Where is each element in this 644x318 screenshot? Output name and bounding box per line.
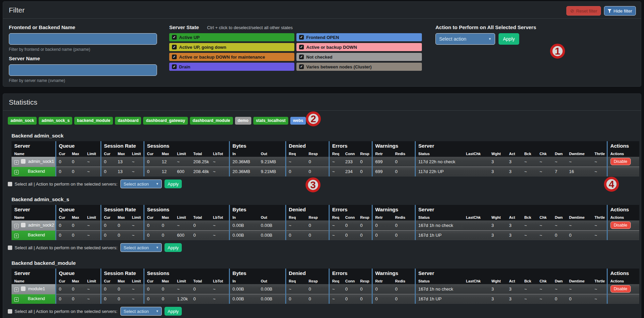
column-header: Dwntime	[566, 278, 592, 284]
global-action-select[interactable]: Select action ▼	[435, 33, 495, 45]
stat-cell: 0	[69, 230, 84, 240]
hide-filter-button[interactable]: Hide filter	[604, 6, 636, 16]
stat-cell: 167d 1h UP	[415, 294, 463, 304]
stat-cell: 0	[69, 167, 84, 176]
expand-icon[interactable]: +	[14, 234, 19, 238]
proxy-badge[interactable]: stats_localhost	[253, 117, 288, 125]
checkbox-checked-icon: ✓	[299, 45, 304, 49]
checkbox-checked-icon: ✓	[172, 64, 177, 69]
server-state-column: Server State Ctrl + click to deselect/se…	[169, 24, 422, 87]
server-state-toggle[interactable]: ✓Frontend OPEN	[296, 33, 422, 41]
stat-cell: 0	[144, 167, 159, 176]
server-state-grid: ✓Active UP✓Frontend OPEN✓Active UP, goin…	[169, 33, 422, 71]
server-state-toggle[interactable]: ✓Active UP, going down	[169, 43, 294, 51]
stat-cell: 0	[56, 284, 69, 294]
disable-button[interactable]: Disable	[610, 285, 631, 293]
stat-cell: ~	[129, 157, 144, 167]
expand-icon[interactable]: +	[14, 288, 19, 292]
stat-cell: 0	[286, 167, 306, 176]
server-row-checkbox[interactable]	[21, 159, 25, 164]
column-header: Cur	[56, 150, 69, 157]
row-action-select-value: Select action	[123, 309, 149, 314]
proxy-badge[interactable]: webs	[290, 117, 306, 125]
proxy-badge[interactable]: demo	[235, 117, 251, 125]
checkbox-checked-icon: ✓	[172, 35, 177, 40]
column-group-header: Errors	[329, 205, 372, 214]
stat-cell: 3	[506, 220, 522, 230]
row-action-select[interactable]: Select action▼	[120, 243, 162, 252]
global-apply-button[interactable]: Apply	[499, 33, 519, 45]
column-group-header: Bytes	[229, 205, 286, 214]
expand-icon[interactable]: +	[14, 160, 19, 165]
server-row-checkbox[interactable]	[21, 223, 25, 227]
column-header: Bck	[522, 150, 537, 157]
server-state-toggle[interactable]: ✓Varies between nodes (Cluster)	[296, 63, 422, 71]
proxy-badge[interactable]: dashboard_module	[190, 117, 233, 125]
column-header: Chk	[537, 278, 552, 284]
stat-cell: 0	[357, 284, 372, 294]
row-action-select-value: Select action	[123, 245, 149, 250]
disable-button[interactable]: Disable	[610, 221, 631, 229]
stat-cell: 0	[357, 157, 372, 167]
stat-cell: 16	[566, 167, 592, 176]
stat-cell: 3	[489, 157, 506, 167]
annotation-circle: 4	[604, 177, 619, 192]
proxy-badge[interactable]: dashboard_gateway	[143, 117, 188, 125]
select-all-checkbox[interactable]	[8, 182, 12, 186]
row-apply-button[interactable]: Apply	[164, 307, 182, 316]
proxy-badges: admin_sockadmin_sock_sbackend_moduledash…	[8, 117, 636, 125]
expand-icon[interactable]: +	[14, 224, 19, 228]
expand-icon[interactable]: +	[14, 297, 19, 302]
stat-cell: ~	[537, 157, 552, 167]
stat-cell: 0	[306, 167, 329, 176]
server-state-toggle[interactable]: ✓Not checked	[296, 53, 422, 61]
stat-cell: 0	[144, 284, 159, 294]
proxy-badge[interactable]: admin_sock	[8, 117, 37, 125]
column-group-header: Queue	[56, 269, 101, 278]
checkbox-checked-icon: ✓	[299, 35, 304, 40]
column-header: Name	[12, 150, 56, 157]
statistics-title: Statistics	[3, 94, 641, 111]
stat-cell: 233	[343, 157, 357, 167]
server-state-toggle[interactable]: ✓Active or backup DOWN	[296, 43, 422, 51]
proxy-badge[interactable]: admin_sock_s	[39, 117, 72, 125]
column-header: Act	[506, 278, 522, 284]
checkbox-checked-icon: ✓	[172, 45, 177, 49]
row-action-select[interactable]: Select action▼	[120, 179, 162, 188]
column-header: Limit	[84, 214, 101, 220]
column-header: Resp	[306, 214, 329, 220]
pxname-input[interactable]	[9, 33, 157, 45]
server-row-checkbox[interactable]	[21, 287, 25, 291]
column-header: Req	[329, 150, 343, 157]
stat-cell	[463, 294, 489, 304]
column-header: Req	[286, 150, 306, 157]
stat-cell: 0	[101, 220, 115, 230]
disable-button[interactable]: Disable	[610, 158, 631, 165]
expand-icon[interactable]: +	[14, 170, 19, 174]
column-header: Max	[69, 150, 84, 157]
stat-cell: 3	[489, 284, 506, 294]
stat-cell: 0	[343, 220, 357, 230]
stat-cell: 600	[174, 230, 191, 240]
column-header: Out	[258, 214, 286, 220]
svname-input[interactable]	[9, 64, 157, 76]
stat-cell: 0	[159, 220, 174, 230]
server-state-toggle[interactable]: ✓Active UP	[169, 33, 294, 41]
server-state-toggle[interactable]: ✓Drain	[169, 63, 294, 71]
row-apply-button[interactable]: Apply	[164, 179, 182, 188]
select-all-checkbox[interactable]	[8, 246, 12, 250]
reset-filter-button[interactable]: ⊘ Reset filter	[566, 6, 601, 16]
statistics-panel: Statistics admin_sockadmin_sock_sbackend…	[3, 93, 641, 318]
server-state-toggle[interactable]: ✓Active or backup DOWN for maintenance	[169, 53, 294, 61]
proxy-badge[interactable]: backend_module	[74, 117, 113, 125]
proxy-badge[interactable]: dashboard	[115, 117, 141, 125]
row-action-select[interactable]: Select action▼	[120, 307, 162, 316]
column-header: Resp	[306, 278, 329, 284]
stat-cell: 9.21MB	[258, 167, 286, 176]
row-apply-button[interactable]: Apply	[164, 243, 182, 252]
stats-table: ServerQueueSession RateSessionsBytesDeni…	[12, 205, 639, 240]
stat-cell: ~	[522, 284, 537, 294]
column-group-header: Bytes	[229, 141, 286, 150]
column-header: Cur	[101, 150, 115, 157]
select-all-checkbox[interactable]	[8, 309, 12, 314]
